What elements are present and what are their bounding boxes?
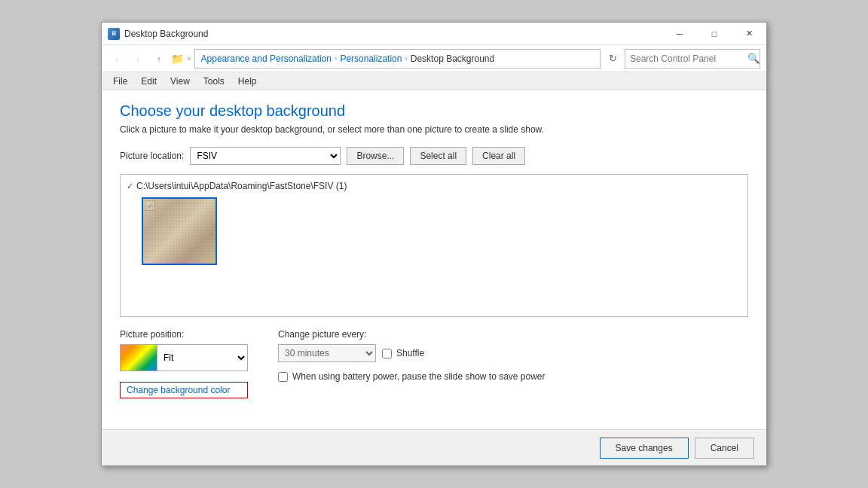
refresh-button[interactable]: ↻ bbox=[604, 50, 622, 68]
battery-label: When using battery power, pause the slid… bbox=[292, 371, 546, 382]
browse-button[interactable]: Browse... bbox=[347, 147, 404, 165]
select-all-button[interactable]: Select all bbox=[410, 147, 466, 165]
title-bar: 🖥 Desktop Background ─ □ ✕ bbox=[102, 23, 766, 45]
breadcrumb-sep-2: › bbox=[405, 54, 407, 63]
shuffle-row: Shuffle bbox=[382, 348, 424, 358]
menu-view[interactable]: View bbox=[164, 74, 197, 89]
menu-help[interactable]: Help bbox=[231, 74, 264, 89]
breadcrumb-separator: « bbox=[187, 54, 191, 63]
picture-location-row: Picture location: FSIV Browse... Select … bbox=[120, 147, 748, 165]
minimize-button[interactable]: ─ bbox=[662, 23, 697, 45]
shuffle-label: Shuffle bbox=[396, 348, 424, 358]
battery-checkbox[interactable] bbox=[278, 372, 288, 382]
breadcrumb-desktop-background: Desktop Background bbox=[411, 53, 494, 64]
change-picture-section: Change picture every: 30 minutes 1 minut… bbox=[278, 329, 546, 382]
bottom-controls: Picture position: Fit Fill Stretch Tile … bbox=[120, 329, 748, 398]
folder-path: C:\Users\intui\AppData\Roaming\FastStone… bbox=[136, 181, 347, 191]
title-bar-left: 🖥 Desktop Background bbox=[108, 28, 208, 40]
search-input[interactable] bbox=[625, 53, 747, 64]
battery-row: When using battery power, pause the slid… bbox=[278, 371, 546, 382]
folder-icon: 📁 bbox=[171, 53, 184, 65]
main-window: 🖥 Desktop Background ─ □ ✕ ‹ › ↑ 📁 « App… bbox=[101, 22, 767, 466]
thumb-image-1 bbox=[143, 199, 215, 264]
position-section: Picture position: Fit Fill Stretch Tile … bbox=[120, 329, 248, 398]
menu-edit[interactable]: Edit bbox=[134, 74, 164, 89]
footer: Save changes Cancel bbox=[102, 429, 766, 465]
window-icon: 🖥 bbox=[108, 28, 120, 40]
forward-button[interactable]: › bbox=[129, 50, 147, 68]
change-interval-row: 30 minutes 1 minute 10 minutes 1 hour Sh… bbox=[278, 344, 546, 362]
image-thumb-1[interactable]: ✓ bbox=[142, 197, 217, 265]
window-title: Desktop Background bbox=[124, 29, 208, 39]
page-subtitle: Click a picture to make it your desktop … bbox=[120, 124, 748, 135]
maximize-button[interactable]: □ bbox=[697, 23, 732, 45]
location-select[interactable]: FSIV bbox=[190, 147, 341, 165]
page-title: Choose your desktop background bbox=[120, 102, 748, 120]
interval-select[interactable]: 30 minutes 1 minute 10 minutes 1 hour bbox=[278, 344, 376, 362]
breadcrumb-appearance[interactable]: Appearance and Personalization bbox=[201, 53, 332, 64]
cancel-button[interactable]: Cancel bbox=[695, 438, 754, 459]
position-select-row: Fit Fill Stretch Tile Center bbox=[120, 344, 248, 371]
position-preview bbox=[120, 344, 157, 371]
breadcrumb-personalization[interactable]: Personalization bbox=[340, 53, 402, 64]
menu-file[interactable]: File bbox=[106, 74, 134, 89]
shuffle-checkbox[interactable] bbox=[382, 349, 392, 358]
menu-bar: File Edit View Tools Help bbox=[102, 72, 766, 90]
content-area: Choose your desktop background Click a p… bbox=[102, 90, 766, 429]
up-button[interactable]: ↑ bbox=[150, 50, 168, 68]
breadcrumb-bar: Appearance and Personalization › Persona… bbox=[194, 49, 601, 69]
title-bar-controls: ─ □ ✕ bbox=[662, 23, 766, 45]
breadcrumb-sep-1: › bbox=[335, 54, 337, 63]
search-box: 🔍 bbox=[625, 49, 760, 69]
back-button[interactable]: ‹ bbox=[108, 50, 126, 68]
nav-bar: ‹ › ↑ 📁 « Appearance and Personalization… bbox=[102, 45, 766, 72]
position-select[interactable]: Fit Fill Stretch Tile Center bbox=[157, 344, 248, 371]
folder-toggle[interactable]: ✓ bbox=[127, 181, 133, 191]
images-grid: ✓ bbox=[127, 197, 741, 265]
position-label: Picture position: bbox=[120, 329, 248, 340]
change-bg-color-link[interactable]: Change background color bbox=[120, 382, 248, 398]
save-button[interactable]: Save changes bbox=[600, 438, 689, 459]
images-container[interactable]: ✓ C:\Users\intui\AppData\Roaming\FastSto… bbox=[120, 174, 748, 317]
close-button[interactable]: ✕ bbox=[732, 23, 766, 45]
folder-header: ✓ C:\Users\intui\AppData\Roaming\FastSto… bbox=[127, 181, 741, 191]
menu-tools[interactable]: Tools bbox=[197, 74, 231, 89]
picture-location-label: Picture location: bbox=[120, 151, 184, 161]
clear-all-button[interactable]: Clear all bbox=[472, 147, 525, 165]
search-button[interactable]: 🔍 bbox=[747, 50, 760, 68]
change-picture-label: Change picture every: bbox=[278, 329, 546, 340]
